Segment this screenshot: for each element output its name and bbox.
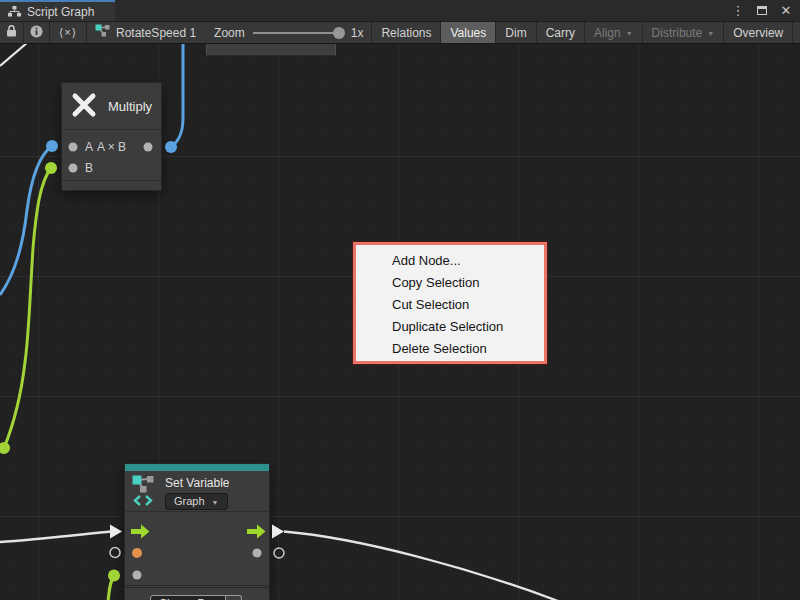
graph-hierarchy-icon [8,6,21,17]
chevron-down-icon: ▼ [707,30,714,37]
multiply-x-icon [71,92,97,121]
toolbar-button-dim[interactable]: Dim [496,22,536,43]
flow-arrowhead-in[interactable] [110,525,122,539]
graph-toolbar: ⟨×⟩ RotateSpeed 1 Zoom 1x Relations [0,22,800,44]
zoom-control: Zoom 1x [206,22,372,43]
zoom-slider[interactable] [253,32,343,34]
info-icon [30,25,43,41]
green-endpoint-setvar[interactable] [108,570,120,582]
toolbar-button-fullscreen[interactable]: Full Screen [793,22,800,43]
values-label: Values [450,26,486,40]
carry-label: Carry [546,26,575,40]
blue-endpoint-a[interactable] [46,140,58,152]
wire-green-short [108,576,114,600]
variable-node-icon [95,24,110,41]
set-variable-body: ChangePos ▼ [125,512,269,586]
multiply-node-header[interactable]: Multiply [62,83,161,130]
multiply-title: Multiply [108,99,152,114]
graph-reference-label: RotateSpeed 1 [116,26,196,40]
zoom-label: Zoom [214,26,245,40]
tab-label: Script Graph [27,5,94,19]
chevron-down-icon: ▼ [212,499,219,506]
wire-white-in [0,532,111,543]
angle-x-icon: ⟨×⟩ [59,26,77,39]
wire-white-stub [0,44,28,66]
connection-ring-right[interactable] [274,548,284,558]
toolbar-button-distribute[interactable]: Distribute ▼ [643,22,725,43]
multiply-node-footer [62,181,161,189]
connection-ring-left[interactable] [110,548,120,558]
menu-item-add-node[interactable]: Add Node... [356,250,544,272]
title-bar: Script Graph ⋮ ✕ [0,0,800,22]
window-menu-icon[interactable]: ⋮ [730,3,746,19]
port-label-out: A × B [62,140,161,154]
lock-button[interactable] [0,22,24,43]
set-variable-header[interactable]: Set Variable Graph ▼ [125,471,269,512]
window-controls: ⋮ ✕ [730,0,800,21]
tab-script-graph[interactable]: Script Graph [0,0,115,21]
overview-label: Overview [733,26,783,40]
node-multiply[interactable]: Multiply A A × B B [61,82,162,191]
port-label-b: B [85,161,93,175]
align-label: Align [594,26,621,40]
lock-icon [6,25,17,40]
variable-name-dropdown[interactable]: ChangePos ▼ [150,595,242,600]
wire-white-out [284,532,558,600]
variable-name-caret-button[interactable]: ▼ [226,595,242,600]
toolbar-button-overview[interactable]: Overview [724,22,793,43]
graph-canvas[interactable]: Multiply A A × B B [0,44,800,600]
variable-scope-dropdown[interactable]: Graph ▼ [165,493,228,510]
unity-visual-scripting-window: Script Graph ⋮ ✕ [0,0,800,600]
close-icon[interactable]: ✕ [778,3,794,19]
dim-label: Dim [505,26,526,40]
value-connections-button[interactable]: ⟨×⟩ [50,22,87,43]
zoom-slider-handle[interactable] [333,27,345,39]
variable-name-value: ChangePos [150,595,226,600]
partial-node-top[interactable] [206,44,336,56]
context-menu: Add Node... Copy Selection Cut Selection… [353,242,547,364]
set-variable-accent-strip [125,464,269,471]
toolbar-button-values[interactable]: Values [441,22,496,43]
toolbar-button-relations[interactable]: Relations [372,22,441,43]
menu-item-delete-selection[interactable]: Delete Selection [356,338,544,360]
wire-blue-in [0,146,52,295]
wire-green-long [4,168,51,448]
set-variable-title: Set Variable [165,475,229,490]
info-button[interactable] [24,22,50,43]
menu-item-cut-selection[interactable]: Cut Selection [356,294,544,316]
menu-item-duplicate-selection[interactable]: Duplicate Selection [356,316,544,338]
menu-item-copy-selection[interactable]: Copy Selection [356,272,544,294]
set-variable-icon [132,475,158,511]
graph-reference-button[interactable]: RotateSpeed 1 [87,22,206,43]
maximize-icon[interactable] [754,3,770,19]
distribute-label: Distribute [652,26,703,40]
scope-value: Graph [174,495,205,507]
toolbar-button-carry[interactable]: Carry [537,22,585,43]
flow-arrowhead-out[interactable] [272,525,284,539]
toolbar-button-align[interactable]: Align ▼ [585,22,643,43]
chevron-down-icon: ▼ [626,30,633,37]
zoom-value: 1x [351,26,364,40]
multiply-node-body: A A × B B [62,130,161,181]
wire-blue-out [171,44,183,147]
relations-label: Relations [381,26,431,40]
blue-endpoint-out[interactable] [165,141,177,153]
green-endpoint-b[interactable] [45,162,57,174]
green-endpoint-far[interactable] [0,442,10,454]
node-set-variable[interactable]: Set Variable Graph ▼ ChangePos ▼ [124,463,270,600]
